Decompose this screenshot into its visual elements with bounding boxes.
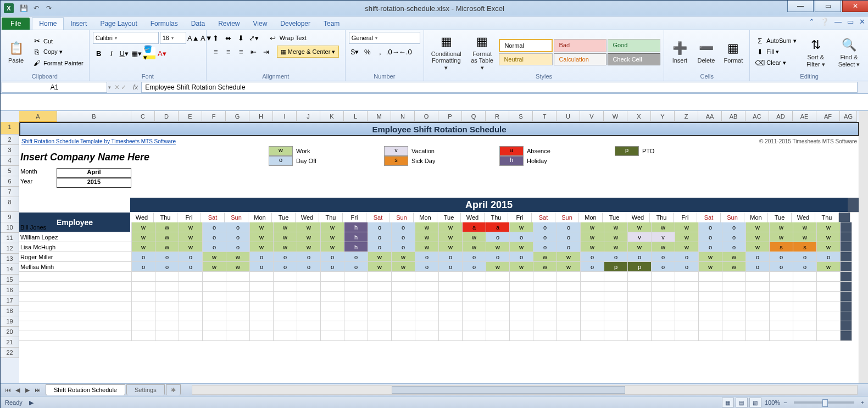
empty-cell[interactable] bbox=[770, 331, 793, 341]
shift-cell[interactable]: w bbox=[699, 262, 722, 272]
shift-cell[interactable]: w bbox=[415, 242, 439, 252]
empty-cell[interactable] bbox=[486, 321, 510, 331]
shift-cell[interactable]: o bbox=[226, 222, 250, 232]
zoom-level[interactable]: 100% bbox=[765, 399, 780, 406]
empty-cell[interactable] bbox=[250, 321, 274, 331]
shift-cell[interactable]: w bbox=[203, 262, 226, 272]
autosum-button[interactable]: ΣAutoSum ▾ bbox=[753, 36, 798, 46]
empty-cell[interactable] bbox=[770, 272, 793, 282]
empty-cell[interactable] bbox=[203, 282, 226, 292]
empty-cell[interactable] bbox=[392, 292, 415, 301]
font-size-combo[interactable]: 16▾ bbox=[160, 32, 186, 44]
shift-cell[interactable]: w bbox=[155, 222, 179, 232]
ribbon-minimize-icon[interactable]: ⌃ bbox=[809, 18, 815, 26]
empty-cell[interactable] bbox=[155, 311, 179, 321]
fill-color-button[interactable]: 🪣▾ bbox=[143, 47, 155, 59]
empty-cell[interactable] bbox=[604, 331, 628, 341]
style-good[interactable]: Good bbox=[608, 39, 660, 52]
paste-button[interactable]: 📋Paste bbox=[4, 38, 28, 65]
empty-cell[interactable] bbox=[415, 311, 439, 321]
shift-cell[interactable]: o bbox=[699, 222, 722, 232]
empty-cell[interactable] bbox=[250, 331, 274, 341]
empty-cell[interactable] bbox=[557, 301, 581, 311]
empty-cell[interactable] bbox=[652, 331, 675, 341]
empty-cell[interactable] bbox=[533, 282, 557, 292]
col-header[interactable]: J bbox=[297, 111, 320, 122]
increase-indent-button[interactable]: ⇥ bbox=[260, 46, 272, 58]
empty-cell[interactable] bbox=[321, 292, 344, 301]
shift-cell[interactable]: w bbox=[604, 232, 628, 242]
col-header[interactable]: N bbox=[391, 111, 415, 122]
col-header[interactable]: AD bbox=[769, 111, 793, 122]
row-header[interactable]: 11 bbox=[1, 233, 19, 243]
col-header[interactable]: AC bbox=[745, 111, 769, 122]
shift-cell[interactable]: w bbox=[250, 232, 274, 242]
empty-cell[interactable] bbox=[510, 311, 533, 321]
empty-cell[interactable] bbox=[226, 331, 250, 341]
shift-cell[interactable]: w bbox=[581, 242, 604, 252]
sheet-tab[interactable]: Shift Rotation Schedule bbox=[46, 384, 125, 395]
empty-cell[interactable] bbox=[274, 331, 297, 341]
empty-cell[interactable] bbox=[439, 321, 463, 331]
tab-file[interactable]: File bbox=[2, 18, 30, 30]
col-header[interactable]: W bbox=[604, 111, 627, 122]
empty-cell[interactable] bbox=[746, 321, 770, 331]
tab-developer[interactable]: Developer bbox=[274, 18, 317, 30]
col-header[interactable]: Q bbox=[462, 111, 486, 122]
empty-cell[interactable] bbox=[297, 301, 321, 311]
empty-cell[interactable] bbox=[628, 301, 652, 311]
col-header[interactable]: X bbox=[627, 111, 651, 122]
comma-button[interactable]: , bbox=[374, 46, 386, 58]
empty-cell[interactable] bbox=[746, 282, 770, 292]
empty-cell[interactable] bbox=[392, 331, 415, 341]
empty-cell[interactable] bbox=[155, 282, 179, 292]
empty-cell[interactable] bbox=[19, 331, 132, 341]
col-header[interactable]: AE bbox=[793, 111, 816, 122]
empty-cell[interactable] bbox=[817, 292, 841, 301]
empty-cell[interactable] bbox=[699, 321, 722, 331]
empty-cell[interactable] bbox=[699, 282, 722, 292]
empty-cell[interactable] bbox=[392, 282, 415, 292]
row-header[interactable]: 16 bbox=[1, 285, 19, 295]
delete-cells-button[interactable]: ➖Delete bbox=[694, 38, 718, 65]
shift-cell[interactable]: o bbox=[226, 242, 250, 252]
empty-cell[interactable] bbox=[533, 331, 557, 341]
doc-minimize-button[interactable]: — bbox=[834, 18, 842, 26]
qat-button[interactable]: ↷ bbox=[43, 3, 54, 14]
shift-cell[interactable]: w bbox=[368, 252, 392, 262]
shift-cell[interactable]: w bbox=[226, 252, 250, 262]
shift-cell[interactable]: w bbox=[746, 232, 770, 242]
fill-button[interactable]: ⬇Fill ▾ bbox=[753, 47, 798, 57]
empty-cell[interactable] bbox=[321, 321, 344, 331]
shift-cell[interactable]: o bbox=[392, 232, 415, 242]
shift-cell[interactable]: o bbox=[250, 262, 274, 272]
empty-cell[interactable] bbox=[628, 331, 652, 341]
col-header[interactable]: K bbox=[320, 111, 344, 122]
col-header[interactable]: M bbox=[368, 111, 391, 122]
shift-cell[interactable]: o bbox=[179, 252, 203, 262]
shift-cell[interactable]: o bbox=[392, 222, 415, 232]
shift-cell[interactable]: o bbox=[321, 262, 344, 272]
shift-cell[interactable]: w bbox=[533, 262, 557, 272]
shift-cell[interactable]: o bbox=[486, 252, 510, 262]
shift-cell[interactable]: o bbox=[604, 252, 628, 262]
shift-cell[interactable]: o bbox=[250, 252, 274, 262]
empty-cell[interactable] bbox=[510, 301, 533, 311]
tab-view[interactable]: View bbox=[247, 18, 274, 30]
copy-button[interactable]: ⎘Copy ▾ bbox=[30, 47, 86, 57]
shift-cell[interactable]: o bbox=[415, 252, 439, 262]
col-header[interactable]: U bbox=[557, 111, 580, 122]
empty-cell[interactable] bbox=[533, 301, 557, 311]
empty-cell[interactable] bbox=[628, 282, 652, 292]
empty-cell[interactable] bbox=[226, 311, 250, 321]
fx-icon[interactable]: fx bbox=[130, 83, 141, 91]
empty-cell[interactable] bbox=[203, 301, 226, 311]
shift-cell[interactable]: w bbox=[274, 242, 297, 252]
shift-cell[interactable]: w bbox=[486, 242, 510, 252]
empty-cell[interactable] bbox=[392, 311, 415, 321]
shift-cell[interactable]: o bbox=[699, 232, 722, 242]
style-bad[interactable]: Bad bbox=[554, 39, 607, 52]
col-header[interactable]: S bbox=[509, 111, 533, 122]
empty-cell[interactable] bbox=[132, 282, 155, 292]
empty-cell[interactable] bbox=[179, 311, 203, 321]
